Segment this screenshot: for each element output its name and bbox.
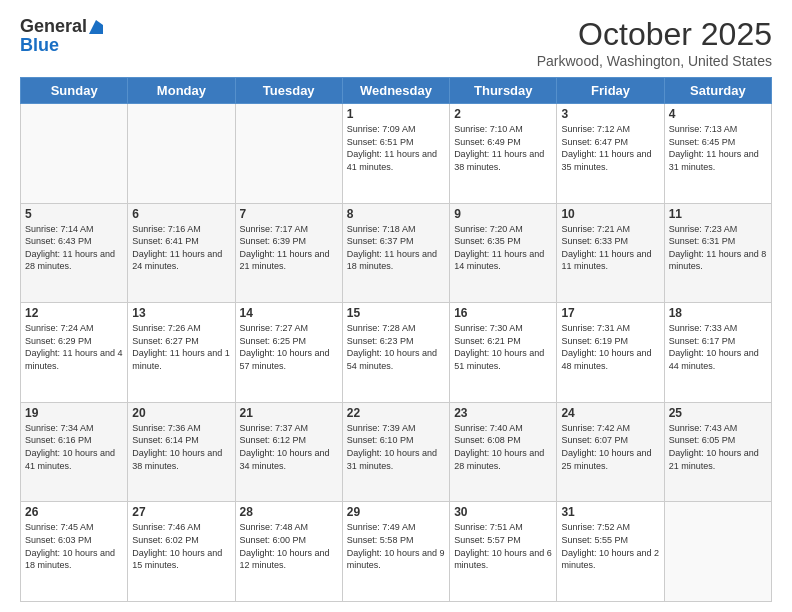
day-info-line: Sunrise: 7:42 AM <box>561 422 659 435</box>
table-row: 22Sunrise: 7:39 AMSunset: 6:10 PMDayligh… <box>342 402 449 502</box>
day-number: 25 <box>669 406 767 420</box>
day-info-line: Sunset: 6:41 PM <box>132 235 230 248</box>
col-friday: Friday <box>557 78 664 104</box>
day-info-line: Sunset: 6:49 PM <box>454 136 552 149</box>
table-row: 9Sunrise: 7:20 AMSunset: 6:35 PMDaylight… <box>450 203 557 303</box>
day-info: Sunrise: 7:23 AMSunset: 6:31 PMDaylight:… <box>669 223 767 273</box>
day-info-line: Sunset: 6:16 PM <box>25 434 123 447</box>
day-info-line: Sunrise: 7:30 AM <box>454 322 552 335</box>
day-info: Sunrise: 7:13 AMSunset: 6:45 PMDaylight:… <box>669 123 767 173</box>
day-info-line: Sunrise: 7:17 AM <box>240 223 338 236</box>
day-info-line: Sunset: 6:29 PM <box>25 335 123 348</box>
day-info: Sunrise: 7:34 AMSunset: 6:16 PMDaylight:… <box>25 422 123 472</box>
day-info-line: Daylight: 10 hours and 44 minutes. <box>669 347 767 372</box>
day-number: 12 <box>25 306 123 320</box>
day-info-line: Sunset: 6:27 PM <box>132 335 230 348</box>
day-number: 16 <box>454 306 552 320</box>
day-info-line: Sunrise: 7:37 AM <box>240 422 338 435</box>
day-info: Sunrise: 7:21 AMSunset: 6:33 PMDaylight:… <box>561 223 659 273</box>
day-info-line: Daylight: 10 hours and 57 minutes. <box>240 347 338 372</box>
day-number: 30 <box>454 505 552 519</box>
calendar-week-1: 1Sunrise: 7:09 AMSunset: 6:51 PMDaylight… <box>21 104 772 204</box>
day-info: Sunrise: 7:24 AMSunset: 6:29 PMDaylight:… <box>25 322 123 372</box>
day-info-line: Sunrise: 7:36 AM <box>132 422 230 435</box>
day-number: 15 <box>347 306 445 320</box>
table-row: 23Sunrise: 7:40 AMSunset: 6:08 PMDayligh… <box>450 402 557 502</box>
day-info-line: Sunset: 6:10 PM <box>347 434 445 447</box>
day-info-line: Sunset: 6:33 PM <box>561 235 659 248</box>
day-info-line: Sunrise: 7:24 AM <box>25 322 123 335</box>
table-row: 12Sunrise: 7:24 AMSunset: 6:29 PMDayligh… <box>21 303 128 403</box>
day-info-line: Sunrise: 7:48 AM <box>240 521 338 534</box>
day-info-line: Sunrise: 7:39 AM <box>347 422 445 435</box>
col-tuesday: Tuesday <box>235 78 342 104</box>
day-info-line: Sunset: 6:08 PM <box>454 434 552 447</box>
table-row: 26Sunrise: 7:45 AMSunset: 6:03 PMDayligh… <box>21 502 128 602</box>
day-info: Sunrise: 7:43 AMSunset: 6:05 PMDaylight:… <box>669 422 767 472</box>
day-info-line: Sunrise: 7:10 AM <box>454 123 552 136</box>
day-info-line: Sunrise: 7:33 AM <box>669 322 767 335</box>
day-info-line: Sunrise: 7:34 AM <box>25 422 123 435</box>
day-info-line: Sunrise: 7:27 AM <box>240 322 338 335</box>
calendar-table: Sunday Monday Tuesday Wednesday Thursday… <box>20 77 772 602</box>
day-number: 18 <box>669 306 767 320</box>
day-info-line: Daylight: 11 hours and 38 minutes. <box>454 148 552 173</box>
table-row: 24Sunrise: 7:42 AMSunset: 6:07 PMDayligh… <box>557 402 664 502</box>
day-info-line: Daylight: 10 hours and 12 minutes. <box>240 547 338 572</box>
table-row: 28Sunrise: 7:48 AMSunset: 6:00 PMDayligh… <box>235 502 342 602</box>
day-info-line: Sunset: 6:31 PM <box>669 235 767 248</box>
table-row: 8Sunrise: 7:18 AMSunset: 6:37 PMDaylight… <box>342 203 449 303</box>
table-row <box>664 502 771 602</box>
table-row: 17Sunrise: 7:31 AMSunset: 6:19 PMDayligh… <box>557 303 664 403</box>
day-info-line: Daylight: 10 hours and 18 minutes. <box>25 547 123 572</box>
col-sunday: Sunday <box>21 78 128 104</box>
day-info: Sunrise: 7:51 AMSunset: 5:57 PMDaylight:… <box>454 521 552 571</box>
table-row: 2Sunrise: 7:10 AMSunset: 6:49 PMDaylight… <box>450 104 557 204</box>
day-info-line: Daylight: 11 hours and 24 minutes. <box>132 248 230 273</box>
day-info-line: Sunrise: 7:13 AM <box>669 123 767 136</box>
table-row: 25Sunrise: 7:43 AMSunset: 6:05 PMDayligh… <box>664 402 771 502</box>
day-info-line: Sunrise: 7:20 AM <box>454 223 552 236</box>
day-info: Sunrise: 7:30 AMSunset: 6:21 PMDaylight:… <box>454 322 552 372</box>
table-row: 3Sunrise: 7:12 AMSunset: 6:47 PMDaylight… <box>557 104 664 204</box>
day-info: Sunrise: 7:48 AMSunset: 6:00 PMDaylight:… <box>240 521 338 571</box>
day-info: Sunrise: 7:39 AMSunset: 6:10 PMDaylight:… <box>347 422 445 472</box>
table-row: 10Sunrise: 7:21 AMSunset: 6:33 PMDayligh… <box>557 203 664 303</box>
day-info-line: Sunset: 5:55 PM <box>561 534 659 547</box>
day-info-line: Sunset: 5:57 PM <box>454 534 552 547</box>
day-info-line: Sunrise: 7:45 AM <box>25 521 123 534</box>
logo-general-text: General <box>20 16 87 37</box>
day-number: 31 <box>561 505 659 519</box>
day-info-line: Sunset: 6:00 PM <box>240 534 338 547</box>
table-row: 15Sunrise: 7:28 AMSunset: 6:23 PMDayligh… <box>342 303 449 403</box>
day-info-line: Sunrise: 7:43 AM <box>669 422 767 435</box>
day-number: 29 <box>347 505 445 519</box>
day-info-line: Daylight: 11 hours and 8 minutes. <box>669 248 767 273</box>
day-info-line: Daylight: 10 hours and 15 minutes. <box>132 547 230 572</box>
day-number: 26 <box>25 505 123 519</box>
day-number: 20 <box>132 406 230 420</box>
day-info-line: Sunset: 6:17 PM <box>669 335 767 348</box>
day-number: 23 <box>454 406 552 420</box>
day-number: 28 <box>240 505 338 519</box>
table-row: 11Sunrise: 7:23 AMSunset: 6:31 PMDayligh… <box>664 203 771 303</box>
day-number: 27 <box>132 505 230 519</box>
day-number: 2 <box>454 107 552 121</box>
day-info-line: Daylight: 11 hours and 4 minutes. <box>25 347 123 372</box>
day-info-line: Daylight: 11 hours and 41 minutes. <box>347 148 445 173</box>
table-row: 29Sunrise: 7:49 AMSunset: 5:58 PMDayligh… <box>342 502 449 602</box>
col-thursday: Thursday <box>450 78 557 104</box>
day-number: 24 <box>561 406 659 420</box>
calendar-week-3: 12Sunrise: 7:24 AMSunset: 6:29 PMDayligh… <box>21 303 772 403</box>
day-info-line: Sunset: 6:47 PM <box>561 136 659 149</box>
day-info-line: Daylight: 10 hours and 51 minutes. <box>454 347 552 372</box>
day-info-line: Daylight: 10 hours and 54 minutes. <box>347 347 445 372</box>
day-info-line: Daylight: 10 hours and 6 minutes. <box>454 547 552 572</box>
table-row <box>235 104 342 204</box>
day-info-line: Sunrise: 7:09 AM <box>347 123 445 136</box>
day-info-line: Daylight: 11 hours and 31 minutes. <box>669 148 767 173</box>
day-info-line: Sunrise: 7:40 AM <box>454 422 552 435</box>
day-info: Sunrise: 7:36 AMSunset: 6:14 PMDaylight:… <box>132 422 230 472</box>
day-info: Sunrise: 7:10 AMSunset: 6:49 PMDaylight:… <box>454 123 552 173</box>
table-row: 5Sunrise: 7:14 AMSunset: 6:43 PMDaylight… <box>21 203 128 303</box>
